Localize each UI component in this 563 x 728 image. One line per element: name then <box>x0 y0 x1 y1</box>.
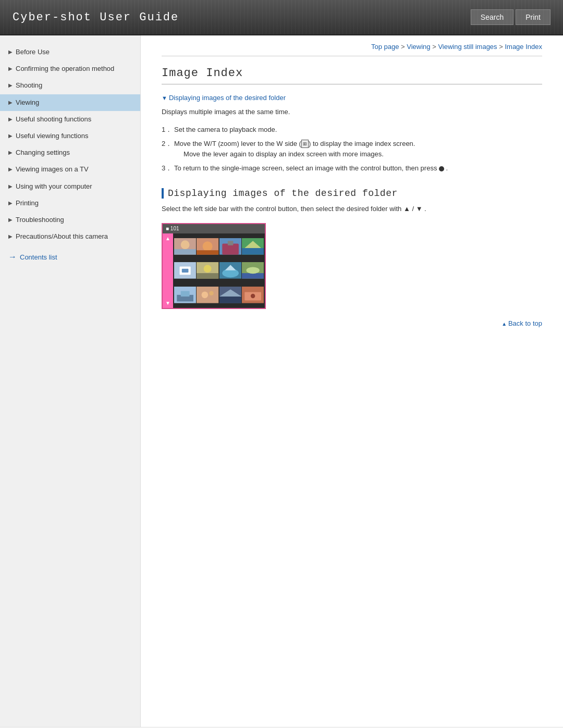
image-index-container: ■ 101 ▲ ▼ <box>162 223 542 309</box>
img-cell <box>197 235 218 258</box>
svg-point-29 <box>210 291 214 295</box>
arrow-icon: ▶ <box>8 99 13 106</box>
arrow-icon: ▶ <box>8 233 13 240</box>
sidebar-item-label: Useful viewing functions <box>16 131 134 141</box>
svg-point-16 <box>204 265 212 273</box>
img-cell <box>242 258 264 282</box>
sidebar-item-precautions[interactable]: ▶ Precautions/About this camera <box>0 228 140 245</box>
down-arrow-icon: ▼ <box>165 300 170 306</box>
svg-point-4 <box>203 241 213 251</box>
sub-section-title: Displaying images of the desired folder <box>162 188 542 199</box>
header: Cyber-shot User Guide Search Print <box>0 0 563 35</box>
arrow-icon: ▶ <box>8 166 13 173</box>
contents-arrow-icon: → <box>8 252 17 262</box>
svg-point-28 <box>202 292 209 299</box>
sidebar-item-viewing[interactable]: ▶ Viewing <box>0 94 140 111</box>
step-item-2: 2． Move the W/T (zoom) lever to the W si… <box>162 137 542 162</box>
print-button[interactable]: Print <box>516 9 550 25</box>
grid-sidebar: ▲ ▼ <box>163 233 173 308</box>
img-cell <box>174 283 196 307</box>
svg-rect-5 <box>197 250 218 254</box>
sidebar-item-changing-settings[interactable]: ▶ Changing settings <box>0 144 140 161</box>
breadcrumb-top-page[interactable]: Top page <box>371 43 399 51</box>
arrow-icon: ▶ <box>8 65 13 72</box>
arrow-icon: ▶ <box>8 132 13 140</box>
sidebar-item-using-computer[interactable]: ▶ Using with your computer <box>0 178 140 195</box>
svg-point-35 <box>251 294 255 298</box>
breadcrumb-sep1: > <box>401 43 407 51</box>
step-number: 3． <box>162 163 172 174</box>
sidebar-item-confirming[interactable]: ▶ Confirming the operation method <box>0 60 140 77</box>
svg-rect-31 <box>219 297 241 303</box>
sidebar-item-label: Precautions/About this camera <box>16 232 134 241</box>
breadcrumb-sep2: > <box>432 43 438 51</box>
breadcrumb-viewing[interactable]: Viewing <box>407 43 430 51</box>
grid-folder-label: ■ 101 <box>166 226 179 231</box>
sidebar-item-troubleshooting[interactable]: ▶ Troubleshooting <box>0 212 140 228</box>
breadcrumb-sep3: > <box>499 43 505 51</box>
sidebar-item-before-use[interactable]: ▶ Before Use <box>0 44 140 60</box>
breadcrumb-viewing-still[interactable]: Viewing still images <box>438 43 497 51</box>
img-cell <box>242 235 264 258</box>
section-link[interactable]: Displaying images of the desired folder <box>162 94 542 102</box>
circle-icon <box>439 166 444 171</box>
svg-rect-22 <box>242 274 264 279</box>
sidebar-item-useful-shooting[interactable]: ▶ Useful shooting functions <box>0 111 140 128</box>
back-to-top-link[interactable]: Back to top <box>162 319 542 327</box>
main-content: Top page > Viewing > Viewing still image… <box>141 35 563 727</box>
arrow-icon: ▶ <box>8 48 13 56</box>
sidebar-item-label: Useful shooting functions <box>16 115 134 124</box>
arrow-icon: ▶ <box>8 216 13 224</box>
sidebar: ▶ Before Use ▶ Confirming the operation … <box>0 35 141 727</box>
arrow-icon: ▶ <box>8 183 13 190</box>
sidebar-item-label: Using with your computer <box>16 182 134 191</box>
sidebar-item-label: Troubleshooting <box>16 215 134 225</box>
svg-rect-2 <box>174 249 196 255</box>
grid-header: ■ 101 <box>163 224 265 233</box>
breadcrumb-image-index[interactable]: Image Index <box>505 43 542 51</box>
image-grid-cells <box>173 233 265 308</box>
sidebar-item-label: Changing settings <box>16 148 134 157</box>
img-cell <box>242 283 264 307</box>
svg-rect-10 <box>242 248 264 255</box>
step-number: 1． <box>162 125 172 135</box>
svg-point-23 <box>246 267 259 274</box>
sub-section-text: Select the left side bar with the contro… <box>162 204 542 215</box>
sidebar-item-shooting[interactable]: ▶ Shooting <box>0 77 140 94</box>
img-cell <box>219 283 241 307</box>
svg-rect-14 <box>182 269 189 273</box>
svg-rect-7 <box>222 243 239 254</box>
intro-text: Displays multiple images at the same tim… <box>162 107 542 118</box>
svg-rect-26 <box>181 291 190 297</box>
arrow-icon: ▶ <box>8 116 13 123</box>
image-grid-mockup: ■ 101 ▲ ▼ <box>162 223 266 309</box>
sidebar-item-useful-viewing[interactable]: ▶ Useful viewing functions <box>0 128 140 144</box>
header-buttons: Search Print <box>471 9 550 25</box>
main-layout: ▶ Before Use ▶ Confirming the operation … <box>0 35 563 727</box>
steps-list: 1． Set the camera to playback mode. 2． M… <box>162 123 542 176</box>
svg-rect-17 <box>197 274 218 279</box>
step-item-1: 1． Set the camera to playback mode. <box>162 123 542 137</box>
sidebar-item-viewing-tv[interactable]: ▶ Viewing images on a TV <box>0 161 140 178</box>
search-button[interactable]: Search <box>471 9 513 25</box>
sidebar-item-label: Confirming the operation method <box>16 64 134 73</box>
contents-list-link[interactable]: → Contents list <box>0 247 140 265</box>
sidebar-item-label: Before Use <box>16 47 134 57</box>
sidebar-item-label: Viewing images on a TV <box>16 165 134 174</box>
sidebar-item-printing[interactable]: ▶ Printing <box>0 195 140 212</box>
step-item-3: 3． To return to the single-image screen,… <box>162 162 542 176</box>
img-cell <box>219 235 241 258</box>
page-title: Image Index <box>162 67 542 84</box>
sidebar-item-label: Printing <box>16 199 134 208</box>
img-cell <box>219 258 241 282</box>
svg-rect-8 <box>227 241 233 245</box>
arrow-icon: ▶ <box>8 82 13 89</box>
sidebar-item-label: Shooting <box>16 81 134 90</box>
grid-icon: ⊞ <box>301 140 309 148</box>
arrow-icon: ▶ <box>8 149 13 156</box>
svg-point-1 <box>181 240 190 249</box>
img-cell <box>174 235 196 258</box>
sidebar-item-label: Viewing <box>16 98 134 107</box>
breadcrumb: Top page > Viewing > Viewing still image… <box>162 35 542 56</box>
img-cell <box>197 258 218 282</box>
